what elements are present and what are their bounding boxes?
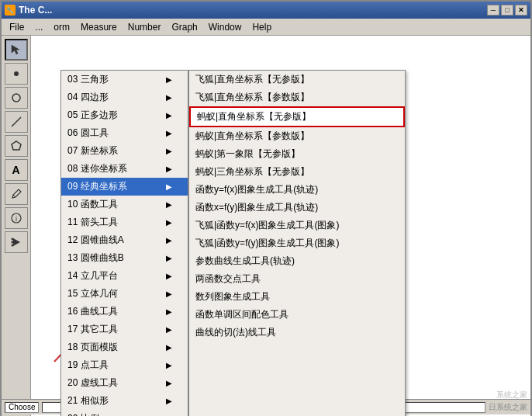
- menu-07[interactable]: 07 新坐标系 ▶: [61, 142, 188, 160]
- svg-marker-3: [12, 141, 21, 150]
- submenu-item-6[interactable]: 函数y=f(x)图象生成工具(轨迹): [189, 181, 405, 199]
- tool-text[interactable]: A: [5, 159, 28, 181]
- submenu-09: 飞狐|直角坐标系【无参版】 飞狐|直角坐标系【参数版】 蚂蚁|直角坐标系【无参版…: [188, 70, 406, 416]
- submenu-item-4[interactable]: 蚂蚁|第一象限【无参版】: [189, 145, 405, 163]
- submenu-item-11[interactable]: 两函数交点工具: [189, 270, 405, 288]
- submenu-item-8[interactable]: 飞狐|函数y=f(x)图象生成工具(图象): [189, 217, 405, 234]
- content-area: A i: [2, 36, 530, 416]
- svg-line-4: [13, 195, 16, 197]
- menu-item-window[interactable]: Window: [204, 20, 247, 34]
- submenu-item-13[interactable]: 函数单调区间配色工具: [189, 306, 405, 324]
- submenu-item-5[interactable]: 蚂蚁|三角坐标系【无参版】: [189, 163, 405, 181]
- tool-point[interactable]: [5, 63, 28, 85]
- svg-point-9: [11, 241, 13, 244]
- submenu-item-7[interactable]: 函数x=f(y)图象生成工具(轨迹): [189, 199, 405, 217]
- menu-04[interactable]: 04 四边形 ▶: [61, 88, 188, 106]
- submenu-item-2[interactable]: 蚂蚁|直角坐标系【无参版】: [189, 106, 405, 127]
- svg-text:i: i: [16, 215, 17, 223]
- menu-18[interactable]: 18 页面模版 ▶: [61, 338, 188, 356]
- tool-animation[interactable]: [5, 231, 28, 253]
- minimize-button[interactable]: ─: [487, 5, 499, 16]
- svg-point-1: [12, 94, 20, 102]
- app-icon: 🔧: [5, 5, 16, 16]
- menu-item-graph[interactable]: Graph: [167, 20, 202, 34]
- menu-12[interactable]: 12 圆锥曲线A ▶: [61, 231, 188, 249]
- title-bar-left: 🔧 The C...: [5, 5, 52, 16]
- svg-point-10: [11, 244, 13, 247]
- main-window: 🔧 The C... ─ □ ✕ File ... orm Measure Nu…: [0, 0, 532, 416]
- menu-11[interactable]: 11 箭头工具 ▶: [61, 213, 188, 231]
- submenu-item-14[interactable]: 曲线的切(法)线工具: [189, 324, 405, 341]
- title-bar-buttons: ─ □ ✕: [487, 5, 527, 16]
- menu-17[interactable]: 17 其它工具 ▶: [61, 321, 188, 338]
- menu-06[interactable]: 06 圆工具 ▶: [61, 124, 188, 142]
- menu-20[interactable]: 20 虚线工具 ▶: [61, 374, 188, 392]
- tool-circle[interactable]: [5, 87, 28, 109]
- menu-19[interactable]: 19 点工具 ▶: [61, 356, 188, 374]
- submenu-item-0[interactable]: 飞狐|直角坐标系【无参版】: [189, 71, 405, 88]
- menu-09[interactable]: 09 经典坐标系 ▶: [61, 178, 188, 196]
- menu-item-dots[interactable]: ...: [30, 20, 47, 34]
- menu-14[interactable]: 14 立几平台 ▶: [61, 267, 188, 285]
- close-button[interactable]: ✕: [515, 5, 527, 16]
- submenu-item-10[interactable]: 参数曲线生成工具(轨迹): [189, 252, 405, 270]
- tool-polygon[interactable]: [5, 135, 28, 157]
- menu-21[interactable]: 21 相似形 ▶: [61, 392, 188, 410]
- status-choose: Choose: [5, 402, 39, 413]
- tool-select[interactable]: [5, 39, 28, 61]
- menu-16[interactable]: 16 曲线工具 ▶: [61, 303, 188, 321]
- submenu-item-9[interactable]: 飞狐|函数y=f(y)图象生成工具(图象): [189, 234, 405, 252]
- menu-08[interactable]: 08 迷你坐标系 ▶: [61, 160, 188, 178]
- menu-item-orm[interactable]: orm: [49, 20, 74, 34]
- menu-popup: 03 三角形 ▶ 04 四边形 ▶ 05 正多边形 ▶ 06 圆工具 ▶: [60, 70, 406, 416]
- menu-item-help[interactable]: Help: [247, 20, 276, 34]
- left-toolbar: A i: [2, 36, 31, 416]
- bottom-watermark: 日系统之家: [489, 402, 527, 413]
- submenu-item-12[interactable]: 数列图象生成工具: [189, 288, 405, 306]
- submenu-item-1[interactable]: 飞狐|直角坐标系【参数版】: [189, 88, 405, 106]
- menu-10[interactable]: 10 函数工具 ▶: [61, 196, 188, 213]
- menu-item-file[interactable]: File: [5, 20, 29, 34]
- menu-03[interactable]: 03 三角形 ▶: [61, 71, 188, 88]
- menu-item-number[interactable]: Number: [123, 20, 166, 34]
- maximize-button[interactable]: □: [501, 5, 513, 16]
- tool-line[interactable]: [5, 111, 28, 133]
- svg-marker-7: [13, 238, 20, 246]
- submenu-item-3[interactable]: 蚂蚁|直角坐标系【参数版】: [189, 127, 405, 145]
- main-dropdown: 03 三角形 ▶ 04 四边形 ▶ 05 正多边形 ▶ 06 圆工具 ▶: [60, 70, 188, 416]
- tool-pencil[interactable]: [5, 183, 28, 205]
- window-title: The C...: [19, 5, 52, 16]
- svg-point-0: [14, 71, 19, 76]
- menu-22[interactable]: 22 比例 ▶: [61, 410, 188, 416]
- menu-15[interactable]: 15 立体几何 ▶: [61, 285, 188, 303]
- tool-info[interactable]: i: [5, 207, 28, 229]
- menu-05[interactable]: 05 正多边形 ▶: [61, 106, 188, 124]
- svg-line-2: [12, 117, 21, 127]
- title-bar: 🔧 The C... ─ □ ✕: [2, 2, 530, 19]
- svg-point-8: [11, 238, 13, 241]
- menu-bar: File ... orm Measure Number Graph Window…: [2, 19, 530, 36]
- canvas-area: 03 三角形 ▶ 04 四边形 ▶ 05 正多边形 ▶ 06 圆工具 ▶: [31, 36, 530, 416]
- menu-item-measure[interactable]: Measure: [76, 20, 122, 34]
- menu-13[interactable]: 13 圆锥曲线B ▶: [61, 249, 188, 267]
